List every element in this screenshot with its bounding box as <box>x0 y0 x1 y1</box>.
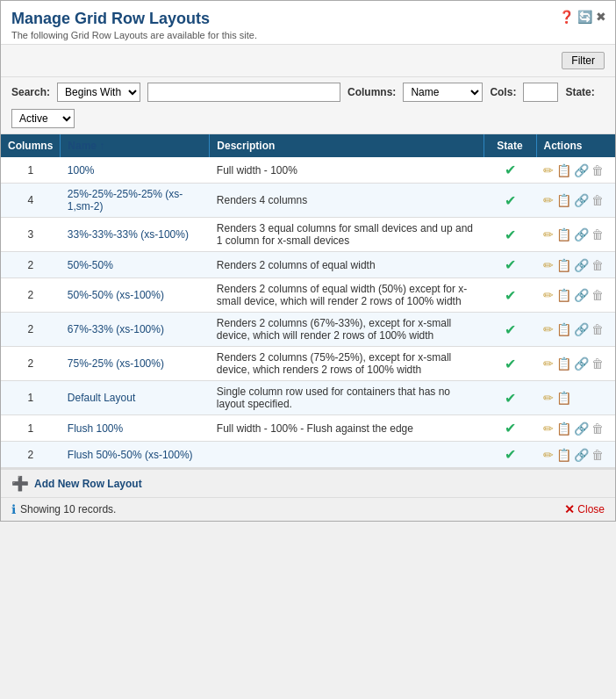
cell-name: Flush 100% <box>61 415 210 442</box>
active-check-icon: ✔ <box>505 447 516 462</box>
cell-description: Renders 2 columns of equal width <box>210 252 483 278</box>
cell-state: ✔ <box>483 252 536 278</box>
delete-icon[interactable]: 🗑 <box>591 193 604 207</box>
edit-icon[interactable]: ✏ <box>543 357 554 371</box>
add-new-row-layout-link[interactable]: Add New Row Layout <box>34 478 142 490</box>
link-icon[interactable]: 🔗 <box>574 163 589 177</box>
link-icon[interactable]: 🔗 <box>574 448 589 462</box>
link-icon[interactable]: 🔗 <box>574 357 589 371</box>
delete-icon[interactable]: 🗑 <box>591 322 604 336</box>
cell-actions: ✏📋🔗🗑 <box>536 347 615 381</box>
window-close-icon[interactable]: ✖ <box>596 10 606 24</box>
delete-icon[interactable]: 🗑 <box>591 258 604 272</box>
table-row: 333%-33%-33% (xs-100%)Renders 3 equal co… <box>1 218 615 252</box>
delete-icon[interactable]: 🗑 <box>591 357 604 371</box>
table-body: 1100%Full width - 100%✔✏📋🔗🗑425%-25%-25%-… <box>1 157 615 468</box>
search-label: Search: <box>11 86 50 98</box>
link-icon[interactable]: 🔗 <box>574 322 589 336</box>
search-type-select[interactable]: Begins With Contains Ends With Exact <box>57 83 140 102</box>
cell-name: 67%-33% (xs-100%) <box>61 313 210 347</box>
link-icon[interactable]: 🔗 <box>574 422 589 436</box>
edit-icon[interactable]: ✏ <box>543 391 554 405</box>
edit-icon[interactable]: ✏ <box>543 288 554 302</box>
delete-icon[interactable]: 🗑 <box>591 227 604 241</box>
refresh-icon[interactable]: 🔄 <box>577 10 592 24</box>
edit-icon[interactable]: ✏ <box>543 193 554 207</box>
state-label: State: <box>565 86 594 98</box>
copy-icon[interactable]: 📋 <box>556 357 571 371</box>
cell-actions: ✏📋 <box>536 381 615 415</box>
copy-icon[interactable]: 📋 <box>556 448 571 462</box>
edit-icon[interactable]: ✏ <box>543 227 554 241</box>
cell-columns: 3 <box>1 218 61 252</box>
cell-description: Renders 2 columns of equal width (50%) e… <box>210 278 483 313</box>
state-select[interactable]: Active Inactive All <box>11 109 75 128</box>
cell-description: Renders 2 columns (67%-33%), except for … <box>210 313 483 347</box>
header-name[interactable]: Name ↑ <box>61 134 210 157</box>
status-left: ℹ Showing 10 records. <box>11 502 116 516</box>
copy-icon[interactable]: 📋 <box>556 258 571 272</box>
table-row: 1100%Full width - 100%✔✏📋🔗🗑 <box>1 157 615 184</box>
cell-description: Renders 3 equal columns for small device… <box>210 218 483 252</box>
link-icon[interactable]: 🔗 <box>574 227 589 241</box>
link-icon[interactable]: 🔗 <box>574 288 589 302</box>
copy-icon[interactable]: 📋 <box>556 193 571 207</box>
cell-columns: 2 <box>1 442 61 468</box>
delete-icon[interactable]: 🗑 <box>591 422 604 436</box>
active-check-icon: ✔ <box>505 322 516 337</box>
cell-columns: 1 <box>1 157 61 184</box>
table-container: Columns Name ↑ Description State Actions… <box>1 134 615 468</box>
cell-description: Renders 2 columns (75%-25%), except for … <box>210 347 483 381</box>
title-icons: ❓ 🔄 ✖ <box>559 10 606 24</box>
table-row: 1Default LayoutSingle column row used fo… <box>1 381 615 415</box>
columns-select[interactable]: Name Description <box>403 83 483 102</box>
delete-icon[interactable]: 🗑 <box>591 448 604 462</box>
table-row: 267%-33% (xs-100%)Renders 2 columns (67%… <box>1 313 615 347</box>
close-link[interactable]: ✕ Close <box>564 502 605 516</box>
active-check-icon: ✔ <box>505 193 516 208</box>
active-check-icon: ✔ <box>505 288 516 303</box>
copy-icon[interactable]: 📋 <box>556 163 571 177</box>
search-input[interactable] <box>147 83 340 102</box>
link-icon[interactable]: 🔗 <box>574 193 589 207</box>
copy-icon[interactable]: 📋 <box>556 288 571 302</box>
header-state: State <box>483 134 536 157</box>
grid-table: Columns Name ↑ Description State Actions… <box>1 134 615 468</box>
delete-icon[interactable]: 🗑 <box>591 163 604 177</box>
cell-state: ✔ <box>483 157 536 184</box>
cell-columns: 4 <box>1 184 61 218</box>
cols-input[interactable] <box>523 83 558 102</box>
cell-columns: 2 <box>1 313 61 347</box>
cell-name: 75%-25% (xs-100%) <box>61 347 210 381</box>
link-icon[interactable]: 🔗 <box>574 258 589 272</box>
header-columns[interactable]: Columns <box>1 134 61 157</box>
cell-actions: ✏📋🔗🗑 <box>536 184 615 218</box>
help-icon[interactable]: ❓ <box>559 10 574 24</box>
table-header-row: Columns Name ↑ Description State Actions <box>1 134 615 157</box>
cell-state: ✔ <box>483 347 536 381</box>
active-check-icon: ✔ <box>505 227 516 242</box>
page-subtitle: The following Grid Row Layouts are avail… <box>11 30 605 40</box>
edit-icon[interactable]: ✏ <box>543 322 554 336</box>
edit-icon[interactable]: ✏ <box>543 163 554 177</box>
copy-icon[interactable]: 📋 <box>556 322 571 336</box>
cell-columns: 2 <box>1 347 61 381</box>
cell-state: ✔ <box>483 278 536 313</box>
filter-button[interactable]: Filter <box>562 52 605 69</box>
cell-actions: ✏📋🔗🗑 <box>536 278 615 313</box>
cell-name: Default Layout <box>61 381 210 415</box>
search-bar: Search: Begins With Contains Ends With E… <box>1 77 615 134</box>
table-row: 1Flush 100%Full width - 100% - Flush aga… <box>1 415 615 442</box>
cell-description: Single column row used for containers th… <box>210 381 483 415</box>
cell-description <box>210 442 483 468</box>
copy-icon[interactable]: 📋 <box>556 422 571 436</box>
edit-icon[interactable]: ✏ <box>543 422 554 436</box>
copy-icon[interactable]: 📋 <box>556 227 571 241</box>
delete-icon[interactable]: 🗑 <box>591 288 604 302</box>
cell-state: ✔ <box>483 381 536 415</box>
cell-name: 25%-25%-25%-25% (xs-1,sm-2) <box>61 184 210 218</box>
copy-icon[interactable]: 📋 <box>556 391 571 405</box>
edit-icon[interactable]: ✏ <box>543 448 554 462</box>
edit-icon[interactable]: ✏ <box>543 258 554 272</box>
table-row: 425%-25%-25%-25% (xs-1,sm-2)Renders 4 co… <box>1 184 615 218</box>
